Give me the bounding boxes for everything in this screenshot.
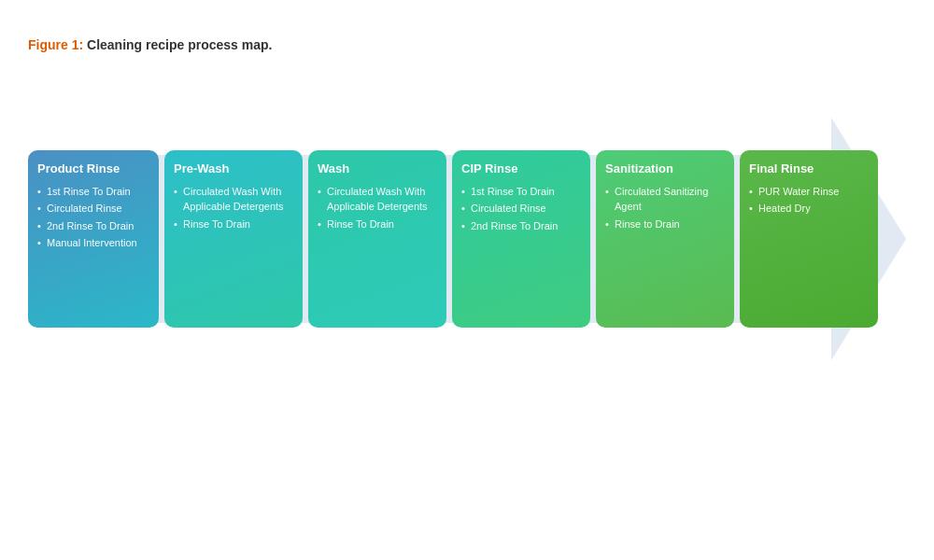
card-final-rinse: Final RinsePUR Water RinseHeated Dry [740, 150, 878, 328]
figure-label: Figure 1: [28, 37, 83, 52]
card-cip-rinse-title: CIP Rinse [461, 161, 581, 176]
list-item: 2nd Rinse To Drain [461, 218, 581, 234]
list-item: Rinse To Drain [318, 217, 437, 232]
list-item: Heated Dry [749, 201, 869, 217]
list-item: Circulated Wash With Applicable Detergen… [318, 184, 437, 215]
card-pre-wash-title: Pre-Wash [174, 161, 293, 176]
list-item: 2nd Rinse To Drain [37, 218, 149, 234]
card-cip-rinse-list: 1st Rinse To DrainCirculated Rinse2nd Ri… [461, 184, 581, 236]
card-product-rinse: Product Rinse1st Rinse To DrainCirculate… [28, 150, 159, 328]
figure-caption: Figure 1: Cleaning recipe process map. [28, 37, 906, 52]
list-item: Circulated Sanitizing Agent [605, 184, 725, 215]
list-item: 1st Rinse To Drain [37, 184, 149, 200]
list-item: 1st Rinse To Drain [461, 184, 581, 200]
list-item: Circulated Rinse [37, 201, 149, 217]
card-pre-wash-list: Circulated Wash With Applicable Detergen… [174, 184, 293, 234]
card-wash-title: Wash [318, 161, 437, 176]
card-sanitization-title: Sanitization [605, 161, 725, 176]
list-item: Circulated Wash With Applicable Detergen… [174, 184, 293, 215]
card-cip-rinse: CIP Rinse1st Rinse To DrainCirculated Ri… [452, 150, 590, 328]
card-sanitization: SanitizationCirculated Sanitizing AgentR… [596, 150, 734, 328]
list-item: Manual Intervention [37, 235, 149, 251]
list-item: Rinse to Drain [605, 217, 725, 232]
cards-container: Product Rinse1st Rinse To DrainCirculate… [28, 80, 906, 398]
process-diagram: Product Rinse1st Rinse To DrainCirculate… [28, 80, 906, 398]
list-item: Rinse To Drain [174, 217, 293, 232]
card-final-rinse-list: PUR Water RinseHeated Dry [749, 184, 869, 218]
card-sanitization-list: Circulated Sanitizing AgentRinse to Drai… [605, 184, 725, 234]
list-item: Circulated Rinse [461, 201, 581, 217]
card-pre-wash: Pre-WashCirculated Wash With Applicable … [164, 150, 303, 328]
card-wash: WashCirculated Wash With Applicable Dete… [308, 150, 446, 328]
figure-title: Cleaning recipe process map. [87, 37, 272, 52]
list-item: PUR Water Rinse [749, 184, 869, 200]
page: Figure 1: Cleaning recipe process map. P… [0, 0, 934, 560]
card-wash-list: Circulated Wash With Applicable Detergen… [318, 184, 437, 234]
card-product-rinse-title: Product Rinse [37, 161, 149, 176]
card-product-rinse-list: 1st Rinse To DrainCirculated Rinse2nd Ri… [37, 184, 149, 253]
card-final-rinse-title: Final Rinse [749, 161, 869, 176]
